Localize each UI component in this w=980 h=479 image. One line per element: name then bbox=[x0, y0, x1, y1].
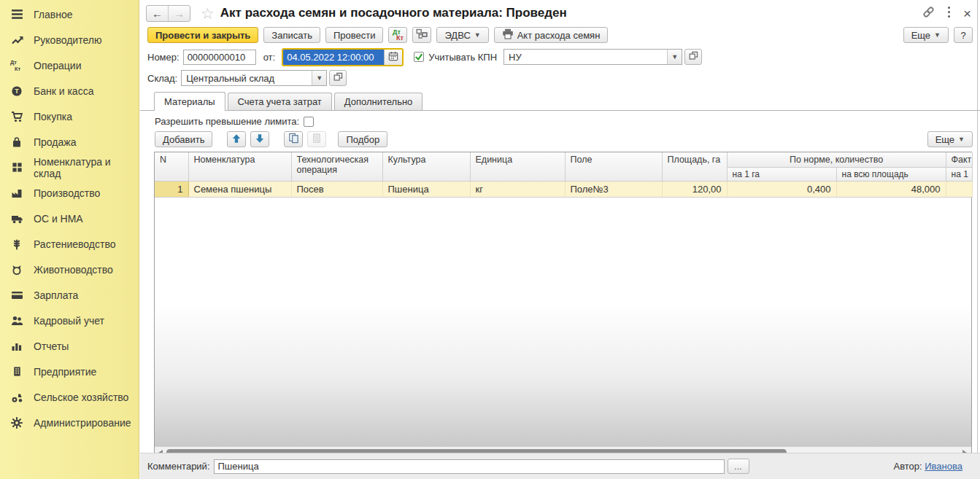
chart-icon bbox=[9, 340, 24, 352]
sidebar-item-rastenievodstvo[interactable]: Растениеводство bbox=[0, 231, 139, 257]
date-field[interactable]: 04.05.2022 12:00:00 bbox=[283, 50, 384, 65]
number-field[interactable]: 00000000010 bbox=[183, 50, 256, 65]
favorite-star-icon[interactable]: ☆ bbox=[201, 6, 215, 21]
materials-grid: N Номенклатура Технологическая операция … bbox=[154, 152, 972, 459]
chevron-down-icon: ▼ bbox=[958, 136, 965, 143]
dtkt-postings-button[interactable]: ДтКт bbox=[388, 27, 407, 43]
back-button[interactable]: ← bbox=[147, 6, 168, 21]
close-icon[interactable]: × bbox=[963, 7, 971, 20]
building-icon bbox=[9, 365, 24, 378]
copy-row-button[interactable] bbox=[284, 131, 303, 147]
document-structure-button[interactable] bbox=[412, 27, 431, 43]
animal-icon bbox=[9, 263, 24, 276]
sidebar-item-os-i-nma[interactable]: ОС и НМА bbox=[0, 206, 139, 231]
author-link[interactable]: Иванова bbox=[925, 461, 962, 472]
more-dots-icon[interactable] bbox=[947, 6, 951, 20]
table-row[interactable]: 1 Семена пшеницы Посев Пшеница кг Поле№3… bbox=[155, 182, 972, 198]
add-row-button[interactable]: Добавить bbox=[155, 131, 212, 147]
calendar-button[interactable] bbox=[384, 50, 402, 65]
link-icon[interactable] bbox=[922, 6, 935, 20]
cell-na-1-ga[interactable]: 0,400 bbox=[727, 182, 836, 198]
move-down-button[interactable] bbox=[250, 131, 269, 147]
edvs-menu-button[interactable]: ЭДВС▼ bbox=[436, 27, 488, 43]
tab-scheta-ucheta-zatrat[interactable]: Счета учета затрат bbox=[228, 93, 332, 110]
sidebar-item-nomenklatura-i-sklad[interactable]: Номенклатура и склад bbox=[0, 155, 139, 180]
sidebar-item-administrirovanie[interactable]: Администрирование bbox=[0, 410, 139, 435]
limit-label: Разрешить превышение лимита: bbox=[155, 116, 299, 127]
sidebar-item-kadrovyy-uchet[interactable]: Кадровый учет bbox=[0, 308, 139, 333]
sidebar-item-zhivotnovodstvo[interactable]: Животноводство bbox=[0, 257, 139, 282]
col-header-ploshchad[interactable]: Площадь, га bbox=[662, 152, 727, 182]
cell-kultura[interactable]: Пшеница bbox=[382, 182, 470, 198]
warehouse-field[interactable]: Центральный склад ▼ bbox=[181, 70, 327, 86]
sidebar-item-rukovoditelyu[interactable]: Руководителю bbox=[0, 27, 139, 52]
pick-button[interactable]: Подбор bbox=[338, 131, 387, 147]
grid-empty-area bbox=[155, 198, 971, 446]
header-field-row-2: Склад: Центральный склад ▼ bbox=[140, 68, 980, 89]
card-icon bbox=[9, 289, 24, 301]
cell-edinitsa[interactable]: кг bbox=[470, 182, 565, 198]
gear-icon bbox=[9, 416, 24, 429]
form-more-button[interactable]: Еще▼ bbox=[903, 27, 949, 43]
comment-field[interactable]: Пшеница bbox=[214, 459, 725, 474]
delete-icon bbox=[312, 133, 323, 146]
sidebar: Главное Руководителю ДтКт Операции Т Бан… bbox=[0, 0, 139, 479]
col-group-fakt[interactable]: Факт bbox=[946, 152, 972, 168]
bag-icon bbox=[9, 136, 24, 148]
col-group-po-norme[interactable]: По норме, количество bbox=[727, 152, 946, 168]
help-button[interactable]: ? bbox=[954, 27, 973, 43]
warehouse-open-button[interactable] bbox=[329, 70, 347, 86]
cell-ploshchad[interactable]: 120,00 bbox=[662, 182, 727, 198]
chevron-down-icon[interactable]: ▼ bbox=[667, 50, 682, 64]
save-button[interactable]: Записать bbox=[263, 27, 320, 43]
chevron-down-icon[interactable]: ▼ bbox=[312, 71, 326, 85]
print-act-button[interactable]: Акт расхода семян bbox=[494, 27, 609, 43]
col-header-na-vsyu-ploshchad[interactable]: на всю площадь bbox=[836, 168, 946, 182]
cell-na-vsyu-ploshchad[interactable]: 48,000 bbox=[836, 182, 946, 198]
sidebar-item-predpriyatie[interactable]: Предприятие bbox=[0, 359, 139, 384]
forward-button[interactable]: → bbox=[168, 6, 190, 21]
sidebar-item-operatsii[interactable]: ДтКт Операции bbox=[0, 52, 139, 78]
sidebar-item-glavnoe[interactable]: Главное bbox=[0, 1, 139, 27]
limit-checkbox[interactable] bbox=[304, 117, 314, 127]
delete-row-button[interactable] bbox=[307, 131, 326, 147]
document-titlebar: ← → ☆ Акт расхода семян и посадочного ма… bbox=[140, 0, 980, 25]
col-header-nomenklatura[interactable]: Номенклатура bbox=[188, 152, 291, 182]
sidebar-item-bank-i-kassa[interactable]: Т Банк и касса bbox=[0, 78, 139, 104]
sidebar-item-otchety[interactable]: Отчеты bbox=[0, 333, 139, 359]
sidebar-item-prodazha[interactable]: Продажа bbox=[0, 129, 139, 155]
kpn-open-button[interactable] bbox=[684, 49, 702, 65]
sidebar-item-zarplata[interactable]: Зарплата bbox=[0, 282, 139, 308]
sidebar-item-selskoe-khozyaystvo[interactable]: Сельское хозяйство bbox=[0, 384, 139, 410]
move-up-button[interactable] bbox=[227, 131, 246, 147]
col-header-fakt-na-1[interactable]: на 1 bbox=[946, 168, 972, 182]
post-button[interactable]: Провести bbox=[325, 27, 384, 43]
cell-n[interactable]: 1 bbox=[155, 182, 188, 198]
post-and-close-button[interactable]: Провести и закрыть bbox=[147, 27, 258, 43]
comment-ellipsis-button[interactable]: ... bbox=[728, 459, 749, 474]
cell-pole[interactable]: Поле№3 bbox=[565, 182, 662, 198]
col-header-kultura[interactable]: Культура bbox=[382, 152, 470, 182]
cell-tekhoperatsiya[interactable]: Посев bbox=[291, 182, 382, 198]
grid-icon bbox=[9, 161, 24, 174]
printer-icon bbox=[502, 28, 514, 42]
sidebar-item-proizvodstvo[interactable]: Производство bbox=[0, 180, 139, 206]
col-header-n[interactable]: N bbox=[155, 152, 188, 182]
structure-icon bbox=[416, 28, 428, 42]
col-header-edinitsa[interactable]: Единица bbox=[470, 152, 565, 182]
cell-nomenklatura[interactable]: Семена пшеницы bbox=[188, 182, 291, 198]
sidebar-item-label: ОС и НМА bbox=[34, 213, 83, 225]
table-more-button[interactable]: Еще▼ bbox=[927, 131, 973, 147]
cart-icon bbox=[9, 110, 24, 122]
cell-fakt[interactable] bbox=[946, 182, 972, 198]
col-header-tekhoperatsiya[interactable]: Технологическая операция bbox=[291, 152, 382, 182]
factory-icon bbox=[9, 187, 24, 199]
kpn-field[interactable]: НУ ▼ bbox=[503, 49, 682, 65]
kpn-checkbox[interactable] bbox=[414, 52, 424, 62]
truck-icon bbox=[9, 212, 24, 225]
col-header-pole[interactable]: Поле bbox=[565, 152, 662, 182]
tab-dopolnitelno[interactable]: Дополнительно bbox=[334, 93, 423, 110]
col-header-na-1-ga[interactable]: на 1 га bbox=[727, 168, 836, 182]
sidebar-item-pokupka[interactable]: Покупка bbox=[0, 104, 139, 129]
tab-materialy[interactable]: Материалы bbox=[154, 92, 225, 111]
